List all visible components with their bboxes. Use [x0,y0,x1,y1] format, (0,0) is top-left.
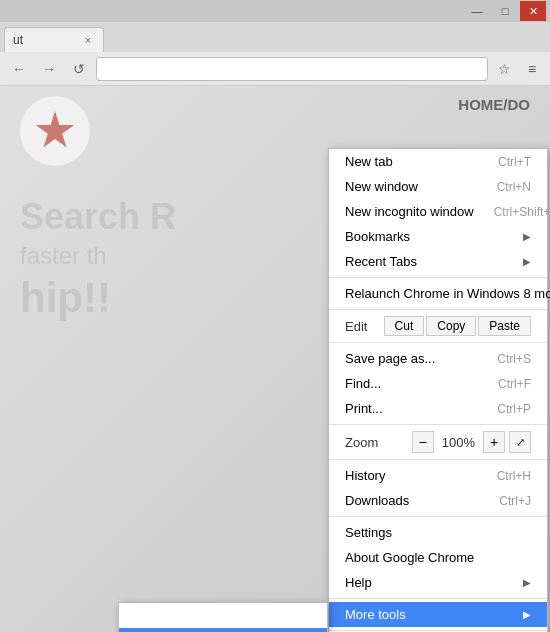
search-heading: Search R [20,196,176,238]
menu-item-downloads[interactable]: Downloads Ctrl+J [329,488,547,513]
star-icon [35,111,75,151]
browser-tab[interactable]: ut × [4,27,104,52]
main-dropdown-menu: New tab Ctrl+T New window Ctrl+N New inc… [328,148,548,632]
menu-item-new-incognito[interactable]: New incognito window Ctrl+Shift+N [329,199,547,224]
reload-button[interactable]: ↺ [66,56,92,82]
hip-text: hip!! [20,274,111,322]
menu-item-help[interactable]: Help ▶ [329,570,547,595]
zoom-value: 100% [438,435,479,450]
menu-item-bookmarks[interactable]: Bookmarks ▶ [329,224,547,249]
zoom-in-button[interactable]: + [483,431,505,453]
close-window-button[interactable]: ✕ [520,1,546,21]
submenu-item-extensions[interactable]: Extensions [119,628,327,632]
omnibox-bar: ← → ↺ ☆ ≡ [0,52,550,86]
page-watermark: HOME/DO [458,96,530,113]
page-content: HOME/DO Search R faster th hip!! New tab… [0,86,550,632]
menu-item-settings[interactable]: Settings [329,520,547,545]
menu-divider-8 [329,630,547,631]
tab-close-button[interactable]: × [81,33,95,47]
menu-button[interactable]: ≡ [520,57,544,81]
menu-item-more-tools[interactable]: More tools ▶ Create application shortcut… [329,602,547,627]
maximize-button[interactable]: □ [492,1,518,21]
page-logo [20,96,90,166]
copy-button[interactable]: Copy [426,316,476,336]
edit-row: Edit Cut Copy Paste [329,313,547,339]
menu-item-new-window[interactable]: New window Ctrl+N [329,174,547,199]
menu-item-recent-tabs[interactable]: Recent Tabs ▶ [329,249,547,274]
menu-divider-2 [329,309,547,310]
title-bar-controls: — □ ✕ [464,1,546,21]
subtitle-text: faster th [20,242,107,270]
submenu-item-create-shortcuts[interactable]: Create application shortcuts... [119,603,327,628]
zoom-row: Zoom − 100% + ⤢ [329,428,547,456]
menu-item-find[interactable]: Find... Ctrl+F [329,371,547,396]
zoom-out-button[interactable]: − [412,431,434,453]
tab-title: ut [13,33,75,47]
minimize-button[interactable]: — [464,1,490,21]
menu-item-new-tab[interactable]: New tab Ctrl+T [329,149,547,174]
menu-item-history[interactable]: History Ctrl+H [329,463,547,488]
cut-button[interactable]: Cut [384,316,425,336]
fullscreen-button[interactable]: ⤢ [509,431,531,453]
menu-divider-1 [329,277,547,278]
menu-divider-5 [329,459,547,460]
back-button[interactable]: ← [6,56,32,82]
menu-divider-4 [329,424,547,425]
paste-button[interactable]: Paste [478,316,531,336]
menu-divider-3 [329,342,547,343]
menu-item-save-page[interactable]: Save page as... Ctrl+S [329,346,547,371]
menu-item-relaunch[interactable]: Relaunch Chrome in Windows 8 mode [329,281,547,306]
star-button[interactable]: ☆ [492,57,516,81]
title-bar: — □ ✕ [0,0,550,22]
address-bar[interactable] [96,57,488,81]
menu-divider-7 [329,598,547,599]
menu-item-about[interactable]: About Google Chrome [329,545,547,570]
more-tools-submenu: Create application shortcuts... Extensio… [118,602,328,632]
browser-window: — □ ✕ ut × ← → ↺ ☆ ≡ HOME/DO Search R fa… [0,0,550,632]
tab-bar: ut × [0,22,550,52]
forward-button[interactable]: → [36,56,62,82]
menu-divider-6 [329,516,547,517]
menu-item-print[interactable]: Print... Ctrl+P [329,396,547,421]
